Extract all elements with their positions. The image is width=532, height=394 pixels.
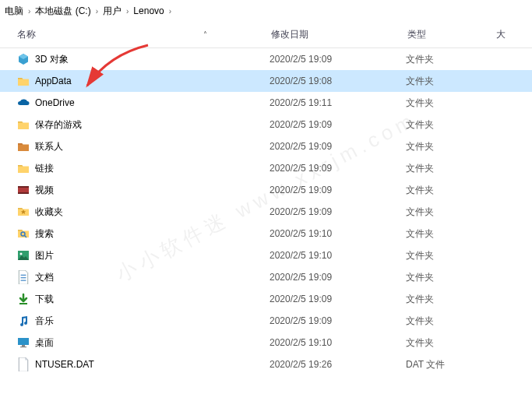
videos-icon (17, 184, 30, 196)
item-type: 文件夹 (406, 271, 491, 284)
svg-rect-9 (21, 280, 26, 280)
item-name: 联系人 (35, 140, 63, 153)
games-icon (17, 118, 30, 131)
music-icon (17, 315, 30, 327)
item-date: 2020/2/5 19:09 (270, 206, 406, 217)
item-type: 文件夹 (406, 97, 491, 110)
item-date: 2020/2/5 19:26 (270, 359, 406, 370)
column-header: 名称 ˄ 修改日期 类型 大 (0, 22, 532, 48)
item-date: 2020/2/5 19:09 (270, 185, 406, 195)
pictures-icon (17, 249, 30, 262)
docs-icon (17, 271, 30, 283)
item-type: 文件夹 (406, 315, 491, 328)
svg-rect-7 (21, 275, 26, 276)
item-date: 2020/2/5 19:09 (270, 163, 406, 174)
column-date[interactable]: 修改日期 (270, 28, 406, 41)
column-name-label: 名称 (17, 28, 36, 41)
item-date: 2020/2/5 19:10 (270, 250, 406, 261)
item-name: 视频 (35, 184, 54, 197)
chevron-right-icon: › (93, 7, 101, 16)
chevron-right-icon: › (123, 7, 132, 16)
item-name: 桌面 (35, 336, 54, 350)
item-name: 文档 (35, 271, 54, 284)
item-type: DAT 文件 (406, 358, 491, 371)
item-date: 2020/2/5 19:09 (270, 294, 406, 304)
item-date: 2020/2/5 19:10 (270, 337, 406, 348)
chevron-right-icon: › (166, 7, 174, 16)
item-type: 文件夹 (406, 118, 491, 132)
contacts-icon (17, 140, 30, 153)
list-item[interactable]: 下载2020/2/5 19:09文件夹 (0, 288, 532, 310)
list-item[interactable]: 收藏夹2020/2/5 19:09文件夹 (0, 201, 532, 223)
list-item[interactable]: 搜索2020/2/5 19:10文件夹 (0, 223, 532, 244)
svg-rect-12 (22, 345, 25, 347)
list-item[interactable]: 视频2020/2/5 19:09文件夹 (0, 179, 532, 201)
item-date: 2020/2/5 19:09 (270, 141, 406, 152)
list-item[interactable]: 链接2020/2/5 19:09文件夹 (0, 157, 532, 179)
item-date: 2020/2/5 19:09 (270, 272, 406, 283)
fav-icon (17, 206, 30, 218)
3d-icon (17, 53, 30, 65)
search-icon (17, 227, 30, 240)
breadcrumb: 电脑 › 本地磁盘 (C:) › 用户 › Lenovo › (0, 0, 532, 22)
svg-point-6 (20, 253, 23, 255)
list-item[interactable]: 联系人2020/2/5 19:09文件夹 (0, 135, 532, 157)
list-item[interactable]: AppData2020/2/5 19:08文件夹 (0, 70, 532, 92)
item-type: 文件夹 (406, 184, 491, 197)
item-name: NTUSER.DAT (35, 359, 94, 370)
item-type: 文件夹 (406, 162, 491, 175)
item-type: 文件夹 (406, 206, 491, 219)
item-type: 文件夹 (406, 293, 491, 306)
item-name: AppData (35, 76, 72, 86)
down-icon (17, 293, 30, 305)
item-type: 文件夹 (406, 336, 491, 350)
list-item[interactable]: 文档2020/2/5 19:09文件夹 (0, 266, 532, 288)
onedrive-icon (17, 97, 30, 109)
sort-indicator-icon: ˄ (203, 30, 207, 39)
svg-rect-8 (21, 277, 26, 278)
list-item[interactable]: 图片2020/2/5 19:10文件夹 (0, 244, 532, 266)
item-type: 文件夹 (406, 249, 491, 262)
list-item[interactable]: 桌面2020/2/5 19:10文件夹 (0, 332, 532, 354)
crumb-2[interactable]: 用户 (101, 5, 123, 18)
item-type: 文件夹 (406, 227, 491, 241)
file-icon (17, 358, 30, 371)
crumb-3[interactable]: Lenovo (132, 5, 165, 16)
item-name: 链接 (35, 162, 54, 175)
list-item[interactable]: 音乐2020/2/5 19:09文件夹 (0, 310, 532, 332)
column-type[interactable]: 类型 (406, 28, 491, 41)
item-name: 音乐 (35, 315, 54, 328)
list-item[interactable]: NTUSER.DAT2020/2/5 19:26DAT 文件 (0, 354, 532, 375)
svg-rect-2 (18, 192, 29, 194)
item-type: 文件夹 (406, 53, 491, 66)
links-icon (17, 162, 30, 174)
svg-rect-11 (18, 338, 29, 345)
item-date: 2020/2/5 19:09 (270, 119, 406, 130)
item-date: 2020/2/5 19:09 (270, 54, 406, 65)
column-size[interactable]: 大 (491, 28, 532, 41)
item-name: 搜索 (35, 227, 54, 241)
item-date: 2020/2/5 19:09 (270, 315, 406, 326)
crumb-1[interactable]: 本地磁盘 (C:) (33, 5, 92, 18)
list-item[interactable]: 保存的游戏2020/2/5 19:09文件夹 (0, 114, 532, 135)
chevron-right-icon: › (25, 7, 33, 16)
list-item[interactable]: OneDrive2020/2/5 19:11文件夹 (0, 92, 532, 114)
column-name[interactable]: 名称 ˄ (0, 28, 270, 41)
list-item[interactable]: 3D 对象2020/2/5 19:09文件夹 (0, 48, 532, 70)
item-name: OneDrive (35, 97, 75, 108)
item-name: 下载 (35, 293, 54, 306)
item-date: 2020/2/5 19:10 (270, 228, 406, 239)
folder-icon (17, 75, 30, 87)
item-name: 3D 对象 (35, 53, 69, 66)
item-name: 保存的游戏 (35, 118, 82, 132)
crumb-0[interactable]: 电脑 (3, 5, 25, 18)
item-date: 2020/2/5 19:08 (270, 76, 406, 86)
svg-rect-13 (20, 347, 26, 347)
desktop-icon (17, 336, 30, 349)
item-date: 2020/2/5 19:11 (270, 97, 406, 108)
file-list: 3D 对象2020/2/5 19:09文件夹AppData2020/2/5 19… (0, 48, 532, 375)
item-type: 文件夹 (406, 140, 491, 153)
item-name: 图片 (35, 249, 54, 262)
item-type: 文件夹 (406, 75, 491, 88)
item-name: 收藏夹 (35, 206, 63, 219)
